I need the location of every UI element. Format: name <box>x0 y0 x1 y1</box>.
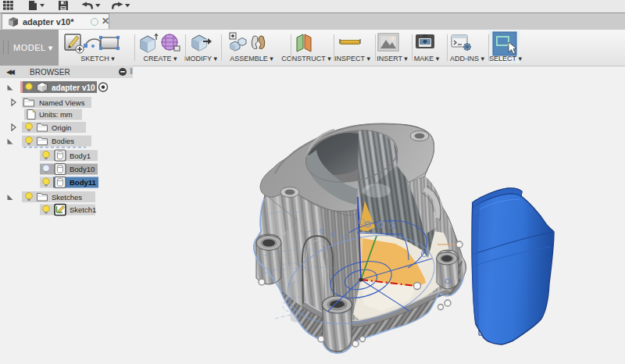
svg-text:Origin: Origin <box>52 123 71 132</box>
svg-text:adapter v10: adapter v10 <box>52 84 95 92</box>
svg-text:Body11: Body11 <box>70 178 97 187</box>
svg-text:Named Views: Named Views <box>39 98 85 107</box>
svg-text:Sketch1: Sketch1 <box>70 205 96 214</box>
svg-text:Sketches: Sketches <box>52 193 82 202</box>
svg-text:Bodies: Bodies <box>52 137 74 145</box>
svg-text:Body1: Body1 <box>70 152 91 160</box>
svg-text:Body10: Body10 <box>70 165 95 173</box>
svg-text:Units: mm: Units: mm <box>39 110 73 119</box>
